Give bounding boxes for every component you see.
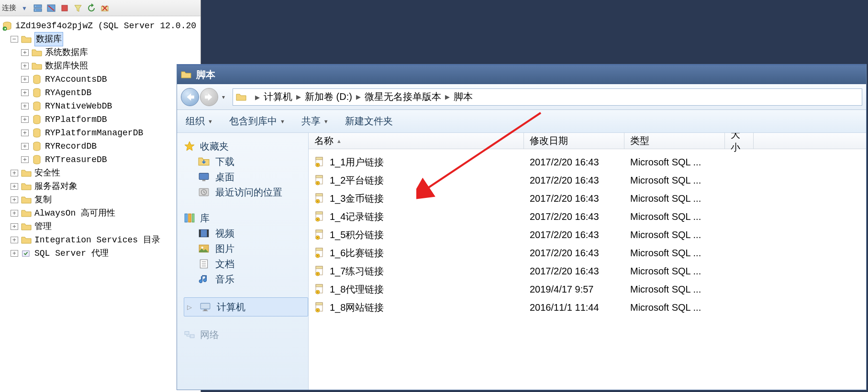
tree-node[interactable]: +服务器对象 [2,180,200,193]
nav-documents[interactable]: 文档 [198,256,308,272]
network-group[interactable]: 网络 [184,327,308,342]
collapse-icon[interactable]: − [11,36,18,43]
expand-icon[interactable]: + [11,210,18,217]
file-type: Microsoft SQL ... [624,229,725,240]
file-row[interactable]: 1_6比赛链接2017/2/20 16:43Microsoft SQL ... [309,244,866,262]
svg-rect-29 [207,229,209,237]
nav-downloads[interactable]: 下载 [198,154,308,169]
nav-computer[interactable]: ▷ 计算机 [184,297,308,316]
file-row[interactable]: 1_7练习链接2017/2/20 16:43Microsoft SQL ... [309,262,866,280]
tree-node[interactable]: +AlwaysOn 高可用性 [2,207,200,220]
db-node[interactable]: +RYRecordDB [2,140,200,153]
expand-icon[interactable]: + [21,103,29,109]
expand-icon[interactable]: + [11,237,18,243]
file-row[interactable]: 1_1用户链接2017/2/20 16:43Microsoft SQL ... [309,153,866,171]
col-size[interactable]: 大小 [725,133,754,149]
toolbar-cancel-icon[interactable] [100,3,110,13]
music-icon [198,274,210,284]
file-row[interactable]: 1_8网站链接2016/11/1 11:44Microsoft SQL ... [309,298,866,316]
newfolder-button[interactable]: 新建文件夹 [345,115,393,128]
server-node[interactable]: iZd19e3f4o2pjwZ (SQL Server 12.0.20 [2,19,200,33]
nav-recent[interactable]: 最近访问的位置 [198,185,308,200]
breadcrumb-segment[interactable]: 计算机 [264,90,292,103]
breadcrumb-segment[interactable]: 微星无名接单版本 [365,90,441,103]
col-name[interactable]: 名称▲ [309,133,524,149]
documents-icon [198,259,210,269]
tree-node[interactable]: +管理 [2,220,200,233]
address-bar[interactable]: ▸ 计算机▸新加卷 (D:)▸微星无名接单版本▸脚本 [233,88,862,106]
expand-icon[interactable]: + [21,156,29,163]
nav-videos[interactable]: 视频 [198,226,308,241]
expand-icon[interactable]: + [21,76,29,83]
file-date: 2019/4/17 9:57 [524,284,624,295]
back-button[interactable] [181,88,199,106]
sql-file-icon [314,265,325,277]
svg-rect-52 [317,201,318,202]
col-type[interactable]: 类型 [624,133,725,149]
share-menu[interactable]: 共享▼ [301,115,329,128]
nav-desktop[interactable]: 桌面 [198,169,308,185]
databases-node[interactable]: − 数据库 [2,33,200,46]
folder-icon [21,236,32,244]
expand-icon[interactable]: + [11,223,18,230]
toolbar-refresh-icon[interactable] [86,3,97,13]
favorites-group[interactable]: 收藏夹 [184,139,308,154]
folder-icon [32,48,42,57]
file-row[interactable]: 1_2平台链接2017/2/20 16:43Microsoft SQL ... [309,171,866,189]
file-row[interactable]: 1_4记录链接2017/2/20 16:43Microsoft SQL ... [309,207,866,226]
breadcrumb-segment[interactable]: 新加卷 (D:) [305,90,352,103]
toolbar-disconnect-icon[interactable] [46,3,56,13]
db-node[interactable]: +RYPlatformDB [2,113,200,126]
svg-rect-74 [316,303,323,305]
db-node[interactable]: +RYPlatformManagerDB [2,126,200,140]
db-node[interactable]: +RYNativeWebDB [2,99,200,113]
forward-button[interactable] [200,88,218,106]
sql-file-icon [314,283,325,295]
expand-icon[interactable]: ▷ [187,304,194,311]
file-list[interactable]: 1_1用户链接2017/2/20 16:43Microsoft SQL ...1… [309,149,866,320]
tree-node[interactable]: +安全性 [2,166,200,180]
db-node[interactable]: +RYAgentDB [2,86,200,99]
col-date[interactable]: 修改日期 [524,133,624,149]
file-header[interactable]: 名称▲ 修改日期 类型 大小 [309,133,866,149]
expand-icon[interactable]: + [21,49,29,56]
history-dropdown-icon[interactable]: ▾ [219,94,228,100]
include-menu[interactable]: 包含到库中▼ [229,115,285,128]
tree-node[interactable]: +Integration Services 目录 [2,233,200,247]
expand-icon[interactable]: + [21,89,29,96]
breadcrumb[interactable]: 计算机▸新加卷 (D:)▸微星无名接单版本▸脚本 [264,90,473,103]
file-type: Microsoft SQL ... [624,248,725,259]
tree-node[interactable]: +SQL Server 代理 [2,247,200,260]
connect-label[interactable]: 连接 [2,3,16,12]
expand-icon[interactable]: + [21,130,29,136]
organize-menu[interactable]: 组织▼ [186,115,213,128]
libraries-group[interactable]: 库 [184,210,308,226]
connect-dropdown-icon[interactable]: ▾ [19,3,30,13]
ssms-tree[interactable]: iZd19e3f4o2pjwZ (SQL Server 12.0.20 − 数据… [0,16,200,260]
toolbar-filter-icon[interactable] [73,3,83,13]
tree-node[interactable]: +复制 [2,193,200,207]
breadcrumb-segment[interactable]: 脚本 [454,90,473,103]
db-node[interactable]: +RYTreasureDB [2,153,200,166]
expand-icon[interactable]: + [21,63,29,69]
expand-icon[interactable]: + [21,116,29,123]
db-label: RYPlatformManagerDB [45,126,143,140]
expand-icon[interactable]: + [11,250,18,257]
explorer-nav-pane[interactable]: 收藏夹 下载 桌面 最近访问的位置 库 视频 [177,133,309,390]
file-date: 2016/11/1 11:44 [524,302,624,313]
snapshot-node[interactable]: + 数据库快照 [2,59,200,73]
file-row[interactable]: 1_8代理链接2019/4/17 9:57Microsoft SQL ... [309,280,866,298]
nav-music[interactable]: 音乐 [198,272,308,287]
expand-icon[interactable]: + [11,196,18,203]
file-row[interactable]: 1_5积分链接2017/2/20 16:43Microsoft SQL ... [309,226,866,244]
db-node[interactable]: +RYAccountsDB [2,73,200,86]
toolbar-stop-icon[interactable] [59,3,70,13]
sysdb-node[interactable]: + 系统数据库 [2,46,200,59]
file-row[interactable]: 1_3金币链接2017/2/20 16:43Microsoft SQL ... [309,189,866,207]
expand-icon[interactable]: + [11,183,18,190]
expand-icon[interactable]: + [21,143,29,150]
nav-pictures[interactable]: 图片 [198,241,308,256]
toolbar-server-icon[interactable] [33,3,43,13]
explorer-titlebar[interactable]: 脚本 [177,65,866,84]
expand-icon[interactable]: + [11,170,18,176]
